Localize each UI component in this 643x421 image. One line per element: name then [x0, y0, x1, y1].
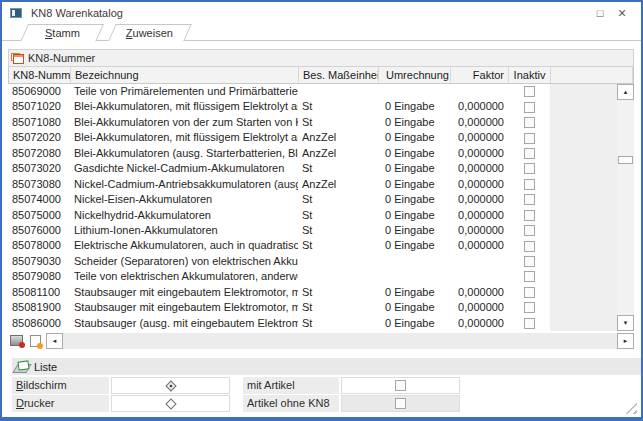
sort-field-label: KN8-Nummer — [28, 52, 95, 64]
scroll-right-button[interactable]: ► — [617, 333, 634, 349]
cell-umrechnung: 0 Eingabe — [378, 192, 450, 207]
table-row[interactable]: 85069000 Teile von Primärelementen und P… — [8, 84, 617, 99]
cell-kn8-nummer: 85075000 — [8, 208, 70, 223]
inaktiv-checkbox[interactable] — [524, 241, 535, 252]
artikel-ohne-kn8-field[interactable] — [341, 395, 460, 412]
mit-artikel-checkbox[interactable] — [395, 380, 406, 391]
new-record-button[interactable] — [27, 333, 44, 348]
table-row[interactable]: 85075000 Nickelhydrid-Akkumulatoren St 0… — [8, 208, 617, 223]
cell-filler — [550, 223, 617, 238]
table-row[interactable]: 85072020 Blei-Akkumulatoren, mit flüssig… — [8, 130, 617, 145]
table-row[interactable]: 85086000 Staubsauger (ausg. mit eingebau… — [8, 316, 617, 331]
kn8-warenkatalog-window: KN8 Warenkatalog □ × Stamm Zuweisen KN8-… — [0, 0, 643, 421]
vertical-scrollbar-thumb[interactable] — [618, 156, 633, 164]
cell-umrechnung: 0 Eingabe — [378, 300, 450, 315]
tab-stamm-label: Stamm — [45, 27, 80, 39]
table-body-wrap: 85069000 Teile von Primärelementen und P… — [8, 84, 634, 331]
tab-zuweisen[interactable]: Zuweisen — [108, 24, 192, 41]
close-button[interactable]: × — [611, 5, 633, 21]
cell-bezeichnung: Blei-Akkumulatoren, mit flüssigem Elektr… — [70, 99, 298, 114]
horizontal-scrollbar[interactable]: ◄ ► — [46, 333, 634, 349]
table-row[interactable]: 85079030 Scheider (Separatoren) von elek… — [8, 254, 617, 269]
inaktiv-checkbox[interactable] — [524, 256, 535, 267]
cell-filler — [550, 146, 617, 161]
table-row[interactable]: 85071020 Blei-Akkumulatoren, mit flüssig… — [8, 99, 617, 114]
grid-icon — [11, 53, 24, 64]
inaktiv-checkbox[interactable] — [524, 148, 535, 159]
cell-inaktiv — [508, 254, 550, 269]
cell-kn8-nummer: 85072080 — [8, 146, 70, 161]
artikel-ohne-kn8-checkbox[interactable] — [395, 398, 406, 409]
table-row[interactable]: 85076000 Lithium-Ionen-Akkumulatoren St … — [8, 223, 617, 238]
cell-bes-masseinheit: St — [298, 285, 378, 300]
column-header-faktor[interactable]: Faktor — [451, 67, 509, 83]
cell-kn8-nummer: 85086000 — [8, 316, 70, 331]
table-row[interactable]: 85081900 Staubsauger mit eingebautem Ele… — [8, 300, 617, 315]
table-row[interactable]: 85073080 Nickel-Cadmium-Antriebsakkumula… — [8, 177, 617, 192]
scroll-down-button[interactable]: ▼ — [617, 315, 634, 331]
column-header-kn8-nummer[interactable]: KN8-Nummer — [9, 67, 71, 83]
cell-inaktiv — [508, 269, 550, 284]
cell-bes-masseinheit: St — [298, 316, 378, 331]
inaktiv-checkbox[interactable] — [524, 271, 535, 282]
cell-bezeichnung: Blei-Akkumulatoren, mit flüssigem Elektr… — [70, 130, 298, 145]
delete-record-button[interactable] — [8, 333, 25, 348]
table-row[interactable]: 85081100 Staubsauger mit eingebautem Ele… — [8, 285, 617, 300]
inaktiv-checkbox[interactable] — [524, 133, 535, 144]
liste-section: Liste Bildschirm mit Artikel Drucker Art… — [12, 358, 643, 412]
cell-bes-masseinheit: AnzZel — [298, 177, 378, 192]
cell-bezeichnung: Staubsauger (ausg. mit eingebautem Elekt… — [70, 316, 298, 331]
inaktiv-checkbox[interactable] — [524, 302, 535, 313]
table-row[interactable]: 85073020 Gasdichte Nickel-Cadmium-Akkumu… — [8, 161, 617, 176]
cell-inaktiv — [508, 84, 550, 99]
inaktiv-checkbox[interactable] — [524, 163, 535, 174]
cell-bes-masseinheit: St — [298, 99, 378, 114]
column-header-bes-masseinheit[interactable]: Bes. Maßeinheit — [299, 67, 379, 83]
column-header-bezeichnung[interactable]: Bezeichnung — [71, 67, 299, 83]
inaktiv-checkbox[interactable] — [524, 179, 535, 190]
cell-kn8-nummer: 85074000 — [8, 192, 70, 207]
cell-bezeichnung: Nickelhydrid-Akkumulatoren — [70, 208, 298, 223]
inaktiv-checkbox[interactable] — [524, 117, 535, 128]
cell-kn8-nummer: 85071080 — [8, 115, 70, 130]
table-container: KN8-Nummer KN8-Nummer Bezeichnung Bes. M… — [8, 49, 634, 349]
cell-kn8-nummer: 85072020 — [8, 130, 70, 145]
table-row[interactable]: 85079080 Teile von elektrischen Akkumula… — [8, 269, 617, 284]
inaktiv-checkbox[interactable] — [524, 318, 535, 329]
cell-inaktiv — [508, 177, 550, 192]
cell-filler — [550, 316, 617, 331]
inaktiv-checkbox[interactable] — [524, 225, 535, 236]
vertical-scrollbar[interactable]: ▲ ▼ — [617, 84, 634, 331]
inaktiv-checkbox[interactable] — [524, 194, 535, 205]
bildschirm-row: Bildschirm mit Artikel — [12, 377, 643, 394]
inaktiv-checkbox[interactable] — [524, 210, 535, 221]
cell-umrechnung: 0 Eingabe — [378, 208, 450, 223]
cell-bezeichnung: Staubsauger mit eingebautem Elektromotor… — [70, 300, 298, 315]
cell-faktor: 0,000000 — [450, 316, 508, 331]
cell-umrechnung: 0 Eingabe — [378, 115, 450, 130]
drucker-radio[interactable] — [165, 398, 176, 409]
column-header-inaktiv[interactable]: Inaktiv — [509, 67, 551, 83]
mit-artikel-field[interactable] — [341, 377, 460, 394]
cell-kn8-nummer: 85069000 — [8, 84, 70, 99]
drucker-radio-field[interactable] — [111, 395, 230, 412]
bildschirm-radio[interactable] — [165, 380, 176, 391]
scroll-up-button[interactable]: ▲ — [617, 84, 634, 100]
inaktiv-checkbox[interactable] — [524, 287, 535, 298]
new-record-icon — [30, 335, 41, 347]
table-row[interactable]: 85071080 Blei-Akkumulatoren von der zum … — [8, 115, 617, 130]
table-row[interactable]: 85072080 Blei-Akkumulatoren (ausg. Start… — [8, 146, 617, 161]
table-row[interactable]: 85078000 Elektrische Akkumulatoren, auch… — [8, 238, 617, 253]
cell-bes-masseinheit — [298, 269, 378, 284]
sort-bar[interactable]: KN8-Nummer — [8, 49, 634, 67]
bildschirm-radio-field[interactable] — [111, 377, 230, 394]
column-header-umrechnung[interactable]: Umrechnung — [379, 67, 451, 83]
inaktiv-checkbox[interactable] — [524, 86, 535, 97]
cell-inaktiv — [508, 208, 550, 223]
cell-bezeichnung: Teile von elektrischen Akkumulatoren, an… — [70, 269, 298, 284]
table-row[interactable]: 85074000 Nickel-Eisen-Akkumulatoren St 0… — [8, 192, 617, 207]
tab-stamm[interactable]: Stamm — [20, 24, 104, 42]
scroll-left-button[interactable]: ◄ — [46, 333, 63, 349]
inaktiv-checkbox[interactable] — [524, 102, 535, 113]
maximize-button[interactable]: □ — [589, 5, 611, 21]
